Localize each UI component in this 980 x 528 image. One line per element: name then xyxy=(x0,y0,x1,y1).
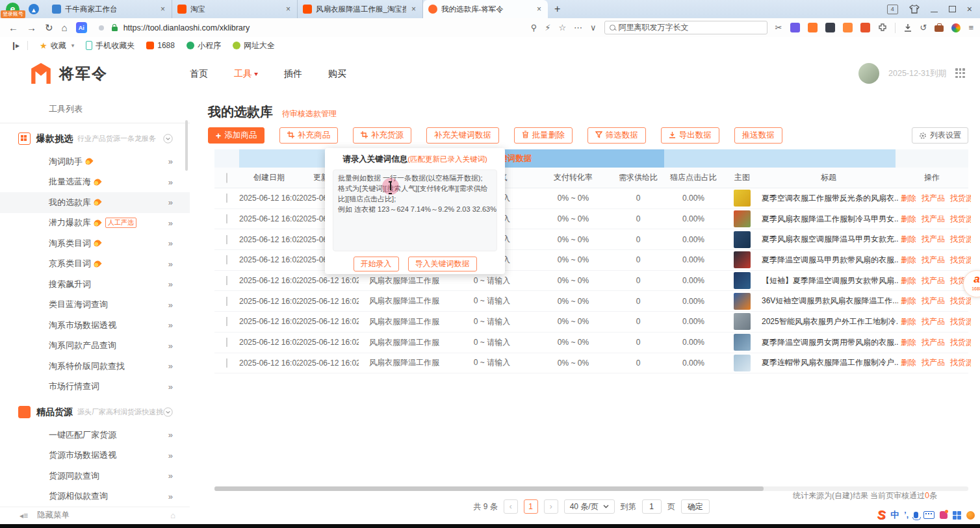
product-thumbnail[interactable] xyxy=(734,293,751,310)
sidebar-item-市场行情查词[interactable]: 市场行情查词» xyxy=(0,377,190,397)
import-keyword-data-button[interactable]: 导入关键词数据 xyxy=(408,257,477,271)
product-thumbnail[interactable] xyxy=(734,210,751,227)
extension-icon-fox[interactable] xyxy=(808,23,818,32)
list-settings-button[interactable]: 列表设置 xyxy=(912,127,968,144)
cell-title[interactable]: 【短袖】夏季降温空调服男女款带风扇... xyxy=(762,275,898,286)
sidebar-item-批量选蓝海[interactable]: 批量选蓝海» xyxy=(0,172,190,193)
product-thumbnail[interactable] xyxy=(734,313,751,330)
emoji-icon[interactable] xyxy=(966,511,975,520)
horizontal-scrollbar-thumb[interactable] xyxy=(214,486,764,491)
nav-buy[interactable]: 购买 xyxy=(328,68,346,80)
action-link-删除[interactable]: 删除 xyxy=(901,296,916,305)
cell-title[interactable]: 36V短袖空调服男款风扇衣服降温工作... xyxy=(762,295,898,307)
ime-lang-toggle[interactable]: 中 xyxy=(890,509,899,521)
ime-toolbox-icon[interactable] xyxy=(953,511,961,520)
nav-tools[interactable]: 工具 xyxy=(234,68,258,80)
home-icon[interactable]: ⌂ xyxy=(62,22,68,33)
action-link-找货源[interactable]: 找货源 xyxy=(950,214,971,223)
action-link-删除[interactable]: 删除 xyxy=(901,255,916,264)
chevron-circle-icon[interactable] xyxy=(163,134,173,144)
sidebar-item-类目蓝海词查询[interactable]: 类目蓝海词查询» xyxy=(0,295,190,316)
extension-icon-orange[interactable] xyxy=(843,23,853,32)
select-all-checkbox[interactable] xyxy=(226,173,227,183)
tab-taobao[interactable]: 淘宝 × xyxy=(172,0,298,18)
cell-title[interactable]: 2025智能风扇衣服男户外工作工地制冷... xyxy=(762,316,898,327)
toolbar-button-批量删除[interactable]: 批量删除 xyxy=(514,127,573,144)
more-icon[interactable]: ⋯ xyxy=(574,23,582,32)
handwriting-icon[interactable] xyxy=(940,511,948,519)
row-checkbox[interactable] xyxy=(226,276,227,285)
site-info-icon[interactable] xyxy=(99,25,104,31)
extensions-puzzle-icon[interactable] xyxy=(878,23,887,32)
brand[interactable]: 将军令 xyxy=(29,62,108,84)
close-window-button[interactable]: × xyxy=(967,4,972,14)
ai-assistant-icon[interactable]: Ai xyxy=(76,22,87,33)
bolt-icon[interactable]: ⚡ xyxy=(545,23,550,32)
bookmark-favorites[interactable]: ★ 收藏 ▾ xyxy=(40,40,74,51)
cell-title[interactable]: 夏季连帽带风扇衣服降温工作服制冷户... xyxy=(762,357,898,368)
tab-close-icon[interactable]: × xyxy=(535,5,543,14)
confirm-button[interactable]: 确定 xyxy=(681,499,710,514)
toolbar-button-筛选数据[interactable]: 筛选数据 xyxy=(587,127,646,144)
next-page-button[interactable]: › xyxy=(544,499,558,514)
sidebar-item-我的选款库[interactable]: 我的选款库» xyxy=(0,192,190,213)
action-link-找货源[interactable]: 找货源 xyxy=(950,358,971,367)
cell-title[interactable]: 夏季降温空调服马甲男款带风扇的衣服... xyxy=(762,255,898,266)
bookmark-1688[interactable]: 1688 xyxy=(146,41,175,50)
sidebar-item-淘系类目词[interactable]: 淘系类目词» xyxy=(0,233,190,254)
toolbar-button-补充商品[interactable]: 补充商品 xyxy=(279,127,338,144)
back-icon[interactable]: ← xyxy=(8,22,18,33)
sidebar-item-京系类目词[interactable]: 京系类目词» xyxy=(0,254,190,275)
action-link-找产品[interactable]: 找产品 xyxy=(922,358,945,367)
quick-search-box[interactable]: 阿里离职发万字长文 xyxy=(604,21,767,34)
row-checkbox[interactable] xyxy=(226,194,227,203)
scissors-extension-icon[interactable]: ✂ xyxy=(775,23,782,32)
cell-title[interactable]: 夏季风扇衣服降温工作服制冷马甲男女... xyxy=(762,214,898,225)
action-link-找产品[interactable]: 找产品 xyxy=(922,317,945,326)
current-page-button[interactable]: 1 xyxy=(524,499,538,514)
toolbar-button-推送数据[interactable]: 推送数据 xyxy=(734,127,782,144)
toolbar-button-补充关键词数据[interactable]: 补充关键词数据 xyxy=(426,127,499,144)
reload-icon[interactable]: ↻ xyxy=(45,22,53,34)
toolbar-button-导出数据[interactable]: 导出数据 xyxy=(661,127,719,144)
action-link-删除[interactable]: 删除 xyxy=(901,214,916,223)
sidebar-item-搜索飙升词[interactable]: 搜索飙升词» xyxy=(0,274,190,295)
maximize-button[interactable] xyxy=(949,6,956,12)
keyword-textarea[interactable]: 批量例如数据 一行一条数据(以空格隔开数据); 格式为[关键词][搜索人气][支… xyxy=(333,170,497,251)
row-checkbox[interactable] xyxy=(226,338,227,347)
action-link-删除[interactable]: 删除 xyxy=(901,276,916,285)
action-link-删除[interactable]: 删除 xyxy=(901,358,916,367)
microphone-icon[interactable] xyxy=(914,512,918,518)
sidebar-item-淘系市场数据透视[interactable]: 淘系市场数据透视» xyxy=(0,315,190,336)
password-key-icon[interactable]: ⚲ xyxy=(531,23,537,32)
sidebar-item-一键匹配厂家货源[interactable]: 一键匹配厂家货源» xyxy=(0,425,190,446)
briefcase-icon[interactable] xyxy=(935,25,944,32)
action-link-找货源[interactable]: 找货源 xyxy=(950,296,971,305)
sidebar-section-supply[interactable]: 精品货源 源头厂家高利润货源快速挑选 xyxy=(0,397,190,425)
tab-close-icon[interactable]: × xyxy=(159,5,166,14)
action-link-找产品[interactable]: 找产品 xyxy=(922,214,945,223)
row-checkbox[interactable] xyxy=(226,358,227,368)
chevron-circle-icon[interactable] xyxy=(163,407,173,417)
extension-icon-dark[interactable] xyxy=(825,23,835,32)
sidebar-section-hot[interactable]: 爆款挑选 行业产品货源一条龙服务 xyxy=(0,123,190,151)
start-entry-button[interactable]: 开始录入 xyxy=(354,257,399,271)
row-checkbox[interactable] xyxy=(226,255,227,264)
sidebar-item-淘系特价版同款查找[interactable]: 淘系特价版同款查找» xyxy=(0,356,190,377)
tab-xklibrary-active[interactable]: 我的选款库-将军令 × xyxy=(423,0,548,18)
action-link-删除[interactable]: 删除 xyxy=(901,338,916,347)
extension-icon-purple[interactable] xyxy=(790,23,800,32)
product-thumbnail[interactable] xyxy=(734,231,751,248)
action-link-删除[interactable]: 删除 xyxy=(901,317,916,326)
pending-review-link[interactable]: 待审核选款管理 xyxy=(282,108,337,119)
avatar[interactable] xyxy=(858,63,879,84)
sogou-logo-icon[interactable]: S xyxy=(877,508,886,522)
chevron-down-icon[interactable]: ∨ xyxy=(590,23,597,32)
row-checkbox[interactable] xyxy=(226,235,227,244)
action-link-找产品[interactable]: 找产品 xyxy=(922,276,945,285)
row-checkbox[interactable] xyxy=(226,297,227,306)
action-link-找货源[interactable]: 找货源 xyxy=(950,194,971,203)
product-thumbnail[interactable] xyxy=(734,251,751,268)
action-link-删除[interactable]: 删除 xyxy=(901,234,916,244)
action-link-删除[interactable]: 删除 xyxy=(901,194,916,203)
